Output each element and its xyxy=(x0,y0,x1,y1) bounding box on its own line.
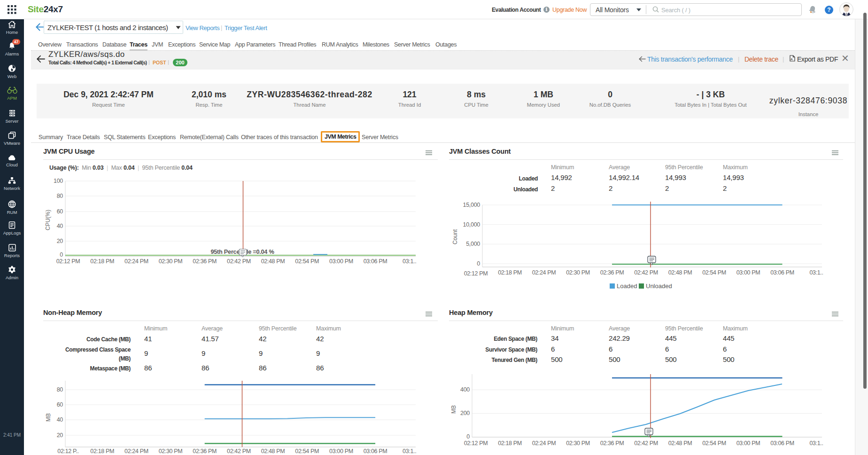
svg-text:MB: MB xyxy=(45,413,52,422)
svg-text:02:54 PM: 02:54 PM xyxy=(295,448,319,455)
svg-text:03:06 PM: 03:06 PM xyxy=(770,269,794,276)
svg-text:60: 60 xyxy=(57,208,63,215)
svg-text:02:36 PM: 02:36 PM xyxy=(193,258,217,265)
svg-text:0: 0 xyxy=(60,251,63,258)
svg-text:03:00 PM: 03:00 PM xyxy=(329,258,353,265)
svg-text:15,000: 15,000 xyxy=(463,202,480,208)
svg-text:02:42 PM: 02:42 PM xyxy=(227,258,251,265)
svg-text:03:1..: 03:1.. xyxy=(809,440,823,447)
svg-text:0: 0 xyxy=(477,260,480,267)
svg-text:Unloaded: Unloaded xyxy=(646,282,672,290)
svg-text:10,000: 10,000 xyxy=(463,221,480,228)
svg-text:02:12 PM: 02:12 PM xyxy=(56,258,80,265)
svg-text:02:30 PM: 02:30 PM xyxy=(159,448,183,455)
svg-text:02:42 PM: 02:42 PM xyxy=(634,440,658,447)
svg-text:02:36 PM: 02:36 PM xyxy=(600,269,624,276)
svg-text:200: 200 xyxy=(460,410,470,416)
svg-text:20: 20 xyxy=(57,238,63,244)
svg-text:02:48 PM: 02:48 PM xyxy=(261,258,285,265)
svg-text:02:30 PM: 02:30 PM xyxy=(566,440,590,447)
svg-text:20: 20 xyxy=(57,432,63,439)
svg-text:03:00 PM: 03:00 PM xyxy=(736,269,760,276)
svg-text:02:54 PM: 02:54 PM xyxy=(702,269,726,276)
svg-text:02:42 PM: 02:42 PM xyxy=(227,448,251,455)
svg-text:02:24 PM: 02:24 PM xyxy=(532,269,556,276)
svg-text:03:06 PM: 03:06 PM xyxy=(364,258,388,265)
svg-text:40: 40 xyxy=(57,416,63,423)
svg-text:400: 400 xyxy=(460,386,470,393)
svg-text:02:24 PM: 02:24 PM xyxy=(124,448,148,455)
svg-text:80: 80 xyxy=(57,386,63,393)
svg-text:03:00 PM: 03:00 PM xyxy=(329,448,353,455)
svg-text:02:12 PM: 02:12 PM xyxy=(464,440,488,447)
svg-text:03:1..: 03:1.. xyxy=(809,269,823,276)
svg-text:03:06 PM: 03:06 PM xyxy=(364,448,388,455)
svg-text:CPU(%): CPU(%) xyxy=(45,210,51,230)
svg-text:02:54 PM: 02:54 PM xyxy=(702,440,726,447)
svg-text:02:12 P..: 02:12 P.. xyxy=(57,448,78,455)
svg-text:60: 60 xyxy=(57,401,63,408)
svg-text:80: 80 xyxy=(57,193,63,199)
svg-text:02:12 PM: 02:12 PM xyxy=(464,270,488,277)
svg-text:02:42 PM: 02:42 PM xyxy=(634,269,658,276)
svg-text:0: 0 xyxy=(466,433,470,440)
svg-text:03:00 PM: 03:00 PM xyxy=(736,440,760,447)
svg-text:02:30 PM: 02:30 PM xyxy=(159,258,183,265)
svg-text:MB: MB xyxy=(450,405,457,414)
svg-text:5,000: 5,000 xyxy=(466,241,480,247)
svg-text:02:54 PM: 02:54 PM xyxy=(295,258,319,265)
svg-text:02:30 PM: 02:30 PM xyxy=(566,269,590,276)
svg-text:02:48 PM: 02:48 PM xyxy=(261,448,285,455)
svg-text:A: A xyxy=(790,58,793,61)
svg-text:02:36 PM: 02:36 PM xyxy=(193,448,217,455)
svg-text:03:1..: 03:1.. xyxy=(403,448,416,455)
svg-text:02:48 PM: 02:48 PM xyxy=(668,269,692,276)
svg-text:02:48 PM: 02:48 PM xyxy=(668,440,692,447)
svg-text:02:18 PM: 02:18 PM xyxy=(498,440,522,447)
svg-text:03:06 PM: 03:06 PM xyxy=(770,440,794,447)
svg-text:03:1..: 03:1.. xyxy=(403,258,416,265)
svg-text:02:18 PM: 02:18 PM xyxy=(90,258,114,265)
svg-text:40: 40 xyxy=(57,223,63,229)
svg-text:02:18 PM: 02:18 PM xyxy=(90,448,114,455)
svg-text:02:24 PM: 02:24 PM xyxy=(124,258,148,265)
svg-text:100: 100 xyxy=(54,178,63,184)
svg-text:Count: Count xyxy=(452,229,458,244)
svg-text:02:24 PM: 02:24 PM xyxy=(532,440,556,447)
svg-text:02:18 PM: 02:18 PM xyxy=(498,269,522,276)
svg-text:02:36 PM: 02:36 PM xyxy=(600,440,624,447)
svg-text:Loaded: Loaded xyxy=(617,282,637,290)
